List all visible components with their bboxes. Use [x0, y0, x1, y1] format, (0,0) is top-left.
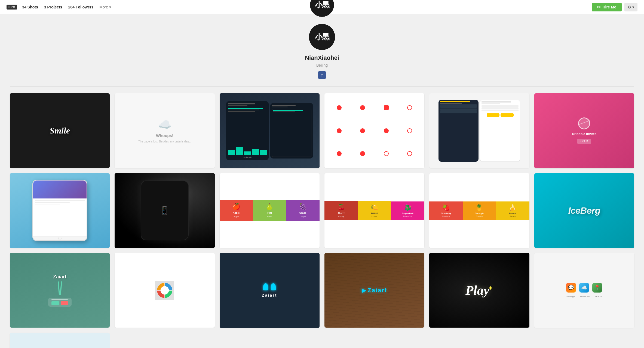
shot-whoops[interactable]: ☁️ Whoops! The page is lost. Besides, my…: [115, 93, 214, 168]
profile-avatar: 小黒: [310, 0, 334, 17]
fruit-pear: 🍐 Pear Pear: [253, 200, 286, 221]
zaiart-eye-right: [271, 283, 276, 290]
pie-chart-svg: [155, 281, 174, 300]
shot-dashboard[interactable]: ▸ sketch: [220, 93, 320, 168]
zaiart-ski-text: Zaiart: [53, 274, 66, 280]
dribbble-get-btn[interactable]: Get It!: [577, 139, 591, 144]
icon-circle-6: [337, 151, 342, 156]
whoops-title: Whoops!: [156, 133, 173, 138]
projects-label: Projects: [47, 5, 62, 9]
followers-stat[interactable]: 264 Followers: [68, 5, 94, 9]
whoops-subtitle: The page is lost. Besides, my brain is d…: [135, 140, 194, 143]
shot-phone-blue[interactable]: [10, 173, 110, 248]
zaiart-wood-arrow: ▶: [362, 287, 366, 294]
profile-name: NianXiaohei: [305, 54, 339, 61]
icon-circle-outline-4: [407, 151, 412, 156]
envelope-icon: ✉: [597, 5, 600, 9]
hire-me-label: Hire Me: [602, 5, 616, 9]
shot-dribbble-invites[interactable]: Dribbble Invites Get It!: [534, 93, 634, 168]
profile-location: Beijing: [316, 63, 328, 67]
shot-app-screens[interactable]: [429, 93, 529, 168]
shot-dark-phone[interactable]: 📱: [115, 173, 214, 248]
followers-count: 264: [68, 5, 75, 9]
nav-right: ✉ Hire Me ⚙ ▾: [592, 3, 637, 11]
dark-phone-device: 📱: [141, 181, 189, 240]
fruit-pineapple: 🍍 Pineapple Pineapple: [463, 201, 496, 220]
app-icon-download: ☁️: [579, 283, 589, 293]
followers-label: Followers: [76, 5, 93, 9]
icon-circle-3: [337, 128, 342, 133]
shot-city-icons[interactable]: 🏠 🏙️ 🌲 👤 🏨 🏠 🏢 🌳 🧑 🏩 Home City BBQ Me Ho…: [10, 333, 110, 348]
avatar-char: 小黒: [315, 32, 329, 42]
icon-rect-1: [384, 105, 389, 110]
app-icons-top-row: 💬 ☁️ 📍: [566, 283, 602, 293]
pro-badge: PRO: [7, 5, 17, 10]
shot-play[interactable]: Play ✦: [429, 253, 529, 328]
ski-poles: [58, 281, 62, 295]
more-menu[interactable]: More ▾: [99, 5, 111, 9]
play-text: Play: [465, 283, 489, 298]
hire-me-button[interactable]: ✉ Hire Me: [592, 3, 622, 11]
shot-app-icons-set[interactable]: 💬 ☁️ 📍 message download location: [534, 253, 634, 328]
shot-pie-chart[interactable]: [115, 253, 214, 328]
shot-smile[interactable]: Smile: [10, 93, 110, 168]
shots-label: Shots: [27, 5, 38, 9]
shots-grid: Smile ☁️ Whoops! The page is lost. Besid…: [10, 93, 634, 348]
profile-avatar-large: 小黒: [309, 24, 335, 50]
app-icon-message: 💬: [566, 283, 576, 293]
phone-mockup: [32, 180, 87, 241]
shots-count: 34: [22, 5, 26, 9]
icon-circle-outline-2: [407, 128, 412, 133]
shot-iceberg[interactable]: IceBerg: [534, 173, 634, 248]
fruit-grape: 🍇 Grape Grape: [286, 200, 320, 221]
profile-header: 小黒 NianXiaohei Beijing f: [0, 14, 644, 86]
shot-fruits-cld[interactable]: 🍒 Cherry Cherry 🍋 Lemon Lemon 🐉 Dragon F…: [324, 173, 424, 248]
phone-screen-2: [270, 103, 313, 159]
zaiart-card: [48, 298, 72, 307]
dribbble-invites-label: Dribbble Invites: [572, 132, 596, 136]
shot-fruits-spb[interactable]: 🍓 Strawberry Strawberry 🍍 Pineapple Pine…: [429, 173, 529, 248]
zaiart-wood-label: Zaiart: [367, 287, 387, 294]
gear-icon: ⚙: [628, 5, 631, 9]
app-icon-location: 📍: [592, 283, 602, 293]
fruit-strawberry: 🍓 Strawberry Strawberry: [429, 201, 462, 220]
facebook-link[interactable]: f: [318, 71, 326, 79]
shot-fruits-apg[interactable]: 🍎 Apple Apple 🍐 Pear Pear 🍇 Grape Grape: [220, 173, 320, 248]
fruit-dragon: 🐉 Dragon Fruit Dragon Fruit: [391, 201, 424, 220]
icon-circle-2: [360, 105, 365, 110]
facebook-icon: f: [321, 73, 323, 77]
shots-stat[interactable]: 34 Shots: [22, 5, 38, 9]
zaiart-wood-text-container: ▶ Zaiart: [362, 287, 387, 294]
icon-circle-1: [337, 105, 342, 110]
app-icons-labels: message download location: [566, 295, 602, 298]
icon-circle-5: [384, 128, 389, 133]
cloud-icon: ☁️: [158, 118, 171, 131]
settings-button[interactable]: ⚙ ▾: [624, 3, 637, 11]
phone-screen-1: ▸ sketch: [226, 101, 269, 160]
zaiart-brand-text: Zaiart: [262, 293, 277, 297]
zaiart-eye-left: [263, 283, 268, 290]
shot-zaiart-wood[interactable]: ▶ Zaiart: [324, 253, 424, 328]
icon-circle-outline-3: [384, 151, 389, 156]
shot-zaiart-ski[interactable]: Zaiart: [10, 253, 110, 328]
avatar-text: 小黒: [315, 0, 329, 10]
iceberg-text: IceBerg: [568, 205, 600, 216]
app-screen-1: [438, 100, 479, 162]
fruit-lemon: 🍋 Lemon Lemon: [358, 201, 391, 220]
shot-icon-grid[interactable]: [324, 93, 424, 168]
shots-section: Smile ☁️ Whoops! The page is lost. Besid…: [0, 87, 644, 348]
fruit-apple: 🍎 Apple Apple: [220, 200, 253, 221]
shot-zaiart-dark-logo[interactable]: Zaiart: [220, 253, 320, 328]
projects-stat[interactable]: 3 Projects: [44, 5, 62, 9]
more-label: More: [99, 5, 108, 9]
settings-chevron: ▾: [632, 5, 634, 9]
profile-social: f: [318, 71, 326, 79]
play-sparkles: ✦: [488, 284, 493, 292]
icon-circle-7: [360, 151, 365, 156]
app-screen-2: [480, 100, 520, 162]
icon-circle-4: [360, 128, 365, 133]
zaiart-eyes-container: [263, 283, 276, 290]
projects-count: 3: [44, 5, 46, 9]
fruit-banana: 🍌 Banana Banana: [496, 201, 529, 220]
fruit-cherry: 🍒 Cherry Cherry: [324, 201, 358, 220]
